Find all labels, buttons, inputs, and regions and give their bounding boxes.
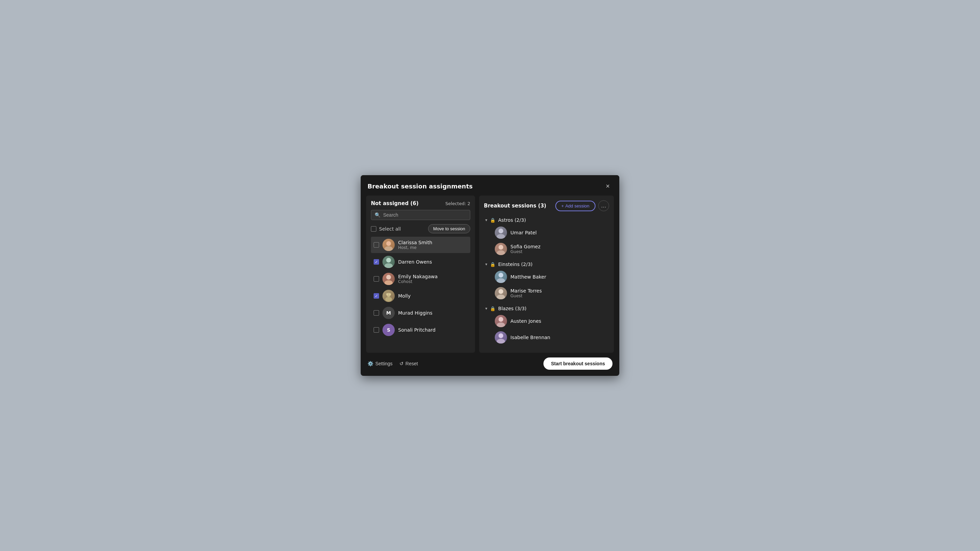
list-item[interactable]: Emily Nakagawa Cohost [371, 271, 470, 287]
more-options-button[interactable]: … [598, 200, 609, 211]
session-group-blazes: ▾ 🔒 Blazes (3/3) Austen Jones [484, 304, 608, 345]
person-name: Emily Nakagawa [398, 274, 468, 279]
avatar [382, 256, 395, 268]
lock-icon: 🔒 [490, 218, 495, 223]
chevron-down-icon: ▾ [485, 306, 487, 311]
add-session-button[interactable]: + Add session [555, 201, 595, 211]
dialog-body: Not assigned (6) Selected: 2 🔍 Select al… [361, 195, 619, 353]
svg-point-4 [386, 275, 391, 279]
select-all-checkbox[interactable] [371, 226, 376, 232]
right-actions: + Add session … [555, 200, 609, 211]
person-checkbox[interactable] [374, 327, 379, 333]
avatar [382, 290, 395, 302]
list-item: Umar Patel [493, 225, 608, 240]
svg-point-21 [497, 339, 505, 343]
person-info: Emily Nakagawa Cohost [398, 274, 468, 284]
member-name: Isabelle Brennan [511, 335, 606, 340]
svg-point-17 [497, 295, 505, 299]
dialog-title: Breakout session assignments [368, 183, 473, 190]
reset-label: Reset [406, 361, 418, 366]
avatar: S [382, 324, 395, 336]
breakout-sessions-title: Breakout sessions (3) [484, 203, 546, 209]
dialog-header: Breakout session assignments × [361, 175, 619, 195]
list-item: Marise Torres Guest [493, 285, 608, 301]
member-name: Austen Jones [511, 318, 606, 324]
list-item[interactable]: M Murad Higgins [371, 305, 470, 321]
member-name: Umar Patel [511, 230, 606, 235]
plus-icon: + [562, 203, 564, 208]
lock-icon: 🔒 [490, 306, 495, 311]
member-info: Marise Torres Guest [511, 288, 606, 298]
session-group-header[interactable]: ▾ 🔒 Blazes (3/3) [484, 304, 608, 313]
selected-badge: Selected: 2 [445, 201, 470, 206]
list-item[interactable]: Molly [371, 288, 470, 304]
search-input[interactable] [383, 212, 466, 218]
person-name: Darren Owens [398, 259, 468, 265]
select-all-label: Select all [379, 226, 401, 232]
dialog-footer: ⚙️ Settings ↺ Reset Start breakout sessi… [361, 353, 619, 376]
member-info: Isabelle Brennan [511, 335, 606, 340]
select-all-left: Select all [371, 226, 401, 232]
avatar [495, 243, 507, 255]
settings-button[interactable]: ⚙️ Settings [368, 361, 393, 366]
svg-point-13 [497, 250, 505, 255]
list-item: Matthew Baker [493, 269, 608, 285]
svg-point-0 [386, 241, 391, 246]
svg-point-2 [386, 258, 391, 263]
add-session-label: Add session [565, 203, 589, 208]
right-panel: Breakout sessions (3) + Add session … ▾ … [479, 195, 614, 353]
reset-button[interactable]: ↺ Reset [399, 361, 418, 366]
avatar [495, 331, 507, 343]
person-checkbox[interactable] [374, 259, 379, 265]
avatar: M [382, 307, 395, 319]
settings-icon: ⚙️ [368, 361, 373, 366]
person-checkbox[interactable] [374, 276, 379, 282]
person-info: Murad Higgins [398, 310, 468, 316]
list-item[interactable]: Clarissa Smith Host, me [371, 237, 470, 253]
person-name: Clarissa Smith [398, 240, 468, 245]
avatar [495, 271, 507, 283]
member-info: Austen Jones [511, 318, 606, 324]
person-checkbox[interactable] [374, 242, 379, 248]
select-all-row: Select all Move to session [371, 224, 470, 234]
svg-point-20 [498, 333, 503, 338]
session-members: Umar Patel Sofia Gomez Guest [484, 225, 608, 257]
left-panel: Not assigned (6) Selected: 2 🔍 Select al… [366, 195, 475, 353]
person-checkbox[interactable] [374, 310, 379, 316]
person-checkbox[interactable] [374, 293, 379, 299]
svg-point-7 [385, 297, 392, 302]
person-name: Molly [398, 293, 468, 299]
svg-point-10 [498, 229, 503, 233]
session-members: Austen Jones Isabelle Brennan [484, 313, 608, 345]
svg-point-9 [389, 293, 391, 295]
member-role: Guest [511, 294, 606, 298]
chevron-down-icon: ▾ [485, 218, 487, 222]
svg-point-16 [498, 289, 503, 294]
move-to-session-button[interactable]: Move to session [428, 224, 470, 233]
svg-point-12 [498, 245, 503, 250]
list-item[interactable]: S Sonali Pritchard [371, 322, 470, 338]
svg-point-5 [385, 280, 393, 285]
session-group-header[interactable]: ▾ 🔒 Astros (2/3) [484, 215, 608, 225]
person-role: Host, me [398, 245, 468, 250]
left-panel-header: Not assigned (6) Selected: 2 [371, 200, 470, 206]
session-list: ▾ 🔒 Astros (2/3) Umar Patel [484, 215, 609, 348]
chevron-down-icon: ▾ [485, 262, 487, 267]
avatar [382, 239, 395, 251]
list-item[interactable]: Darren Owens [371, 254, 470, 270]
session-name: Einsteins (2/3) [498, 262, 533, 267]
svg-point-8 [386, 293, 388, 295]
right-panel-header: Breakout sessions (3) + Add session … [484, 200, 609, 211]
breakout-dialog: Breakout session assignments × Not assig… [361, 175, 619, 376]
svg-point-15 [497, 278, 505, 283]
member-name: Matthew Baker [511, 274, 606, 279]
svg-point-14 [498, 273, 503, 278]
start-breakout-sessions-button[interactable]: Start breakout sessions [543, 357, 612, 370]
session-group-astros: ▾ 🔒 Astros (2/3) Umar Patel [484, 215, 608, 257]
close-button[interactable]: × [603, 181, 612, 191]
session-group-header[interactable]: ▾ 🔒 Einsteins (2/3) [484, 259, 608, 269]
not-assigned-title: Not assigned (6) [371, 200, 418, 206]
person-info: Sonali Pritchard [398, 327, 468, 333]
avatar [495, 287, 507, 299]
person-role: Cohost [398, 279, 468, 284]
